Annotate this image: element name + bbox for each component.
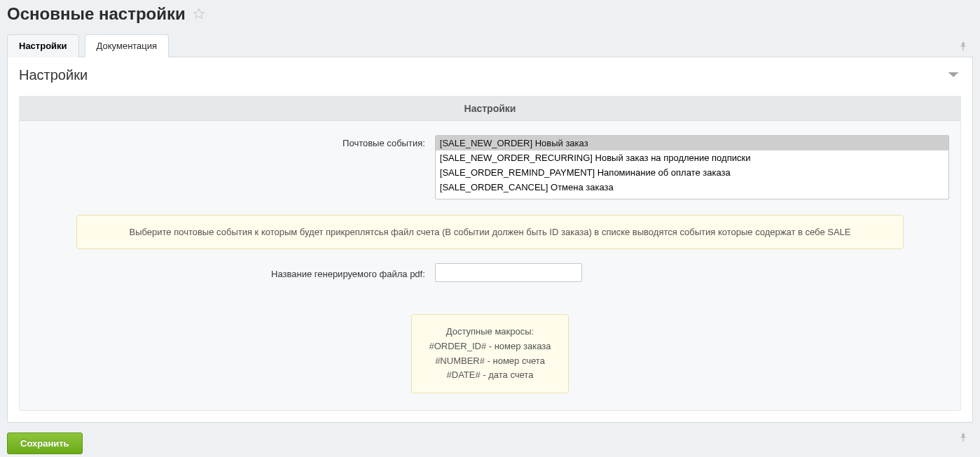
pin-icon[interactable]: [958, 430, 969, 446]
svg-rect-1: [962, 438, 963, 442]
mail-event-option[interactable]: [SALE_NEW_ORDER] Новый заказ: [436, 136, 948, 150]
tab-docs[interactable]: Документация: [85, 34, 170, 57]
favorite-star-icon[interactable]: [193, 7, 207, 21]
macros-hint: Доступные макросы:#ORDER_ID# - номер зак…: [411, 314, 568, 393]
save-button[interactable]: Сохранить: [7, 433, 83, 454]
mail-events-select[interactable]: [SALE_NEW_ORDER] Новый заказ[SALE_NEW_OR…: [435, 135, 949, 199]
settings-panel: Настройки Настройки Почтовые события: [S…: [7, 57, 973, 423]
tab-settings[interactable]: Настройки: [7, 34, 79, 57]
mail-event-option[interactable]: [SALE_NEW_ORDER_RECURRING] Новый заказ н…: [436, 150, 948, 165]
section-title: Настройки: [20, 97, 960, 121]
tabs: Настройки Документация: [0, 34, 980, 57]
page-title: Основные настройки: [7, 4, 186, 24]
mail-events-label: Почтовые события:: [31, 135, 435, 148]
mail-events-hint: Выберите почтовые события к которым буде…: [76, 215, 904, 249]
pdf-name-label: Название генерируемого файла pdf:: [31, 266, 435, 279]
pdf-name-input[interactable]: [435, 263, 582, 282]
collapse-chevron-icon[interactable]: [947, 71, 961, 80]
mail-event-option[interactable]: [SALE_ORDER_REMIND_PAYMENT] Напоминание …: [436, 165, 948, 180]
mail-event-option[interactable]: [SALE_ORDER_CANCEL] Отмена заказа: [436, 180, 948, 195]
panel-title: Настройки: [19, 67, 88, 83]
